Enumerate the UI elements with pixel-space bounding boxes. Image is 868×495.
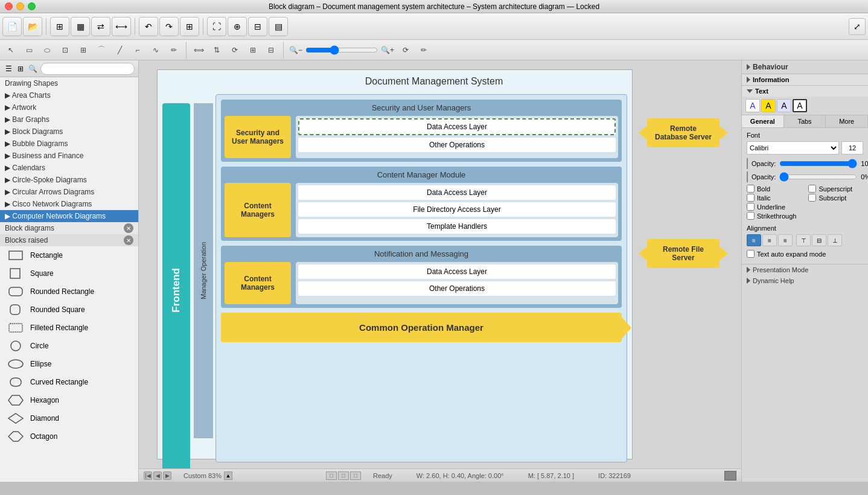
zoom-up-btn[interactable]: ▲ <box>224 471 232 480</box>
bezier-tool[interactable]: ∿ <box>147 42 164 58</box>
tab-more[interactable]: More <box>826 115 868 127</box>
valign-mid-btn[interactable]: ⊟ <box>812 234 826 246</box>
blocks-raised-close[interactable]: ✕ <box>124 235 133 245</box>
align-right-btn[interactable]: ≡ <box>778 234 793 246</box>
text-collapse-icon[interactable] <box>747 89 753 93</box>
search-input[interactable] <box>40 63 135 75</box>
new-button[interactable]: 📄 <box>2 17 22 36</box>
square-shape[interactable]: Square <box>0 264 138 283</box>
panel-menu-btn[interactable]: ☰ <box>4 62 13 75</box>
rect-tool[interactable]: ▭ <box>21 42 37 58</box>
area-charts-item[interactable]: ▶ Area Charts <box>0 89 138 101</box>
page-prev-btn[interactable]: ◀ <box>153 471 162 480</box>
copy-button[interactable]: ⊞ <box>180 17 199 36</box>
resize-button[interactable]: ⤢ <box>849 18 866 35</box>
strikethrough-check[interactable] <box>747 212 755 220</box>
ellipse-shape[interactable]: Ellipse <box>0 355 138 373</box>
zoom-range[interactable] <box>305 48 378 53</box>
rounded-rect-shape[interactable]: Rounded Rectangle <box>0 283 138 301</box>
bold-check[interactable] <box>747 185 755 193</box>
presentation-mode-link[interactable]: Presentation Mode <box>742 264 868 275</box>
data-access-layer-1[interactable]: Data Access Layer <box>298 118 616 135</box>
italic-check[interactable] <box>747 194 755 202</box>
arc-tool[interactable]: ⌒ <box>93 42 110 58</box>
maximize-button[interactable] <box>28 2 36 10</box>
arrange-button[interactable]: ⇄ <box>91 17 110 36</box>
undo-button[interactable]: ↶ <box>139 17 158 36</box>
blocks-raised-sub[interactable]: Blocks raised ✕ <box>0 234 138 246</box>
zoom-fit-button[interactable]: ⛶ <box>207 17 226 36</box>
template-handlers[interactable]: Template Handlers <box>298 219 616 234</box>
layout-button[interactable]: ▦ <box>71 17 90 36</box>
ellipse-tool[interactable]: ⬭ <box>39 42 56 58</box>
block-diagrams-sub[interactable]: Block diagrams ✕ <box>0 222 138 234</box>
text-bg-btn[interactable]: A <box>777 99 791 112</box>
canvas[interactable]: Document Management System Frontend Mana… <box>139 60 741 468</box>
highlight-btn[interactable]: A <box>761 99 776 112</box>
cisco-network-item[interactable]: ▶ Cisco Network Diagrams <box>0 198 138 210</box>
business-finance-item[interactable]: ▶ Business and Finance <box>0 150 138 162</box>
tab-general[interactable]: General <box>742 115 784 127</box>
circle-shape[interactable]: Circle <box>0 337 138 355</box>
underline-check[interactable] <box>747 203 755 211</box>
align-tool[interactable]: ⊞ <box>244 42 261 58</box>
diamond-shape[interactable]: Diamond <box>0 409 138 427</box>
circular-arrows-item[interactable]: ▶ Circular Arrows Diagrams <box>0 186 138 198</box>
information-header[interactable]: Information <box>742 74 868 85</box>
page-next-btn[interactable]: ▶ <box>163 471 171 480</box>
data-access-layer-2[interactable]: Data Access Layer <box>298 185 616 200</box>
info-expand-icon[interactable] <box>747 77 750 83</box>
data-access-layer-3[interactable]: Data Access Layer <box>298 264 616 279</box>
close-button[interactable] <box>5 2 13 10</box>
octagon-shape[interactable]: Octagon <box>0 427 138 446</box>
poly-tool[interactable]: ⌐ <box>129 42 146 58</box>
behaviour-expand-icon[interactable] <box>747 64 750 70</box>
block-diagrams-close[interactable]: ✕ <box>124 223 133 233</box>
filleted-rect-shape[interactable]: Filleted Rectangle <box>0 319 138 337</box>
valign-top-btn[interactable]: ⊤ <box>796 234 811 246</box>
curved-rect-shape[interactable]: Curved Rectangle <box>0 373 138 391</box>
page-btn-1[interactable]: □ <box>326 471 337 480</box>
subscript-check[interactable] <box>808 194 816 202</box>
other-ops-1[interactable]: Other Operations <box>298 138 616 152</box>
dist-tool[interactable]: ⊟ <box>263 42 279 58</box>
panel-search-btn[interactable]: 🔍 <box>28 62 38 75</box>
zoom-slider[interactable] <box>305 42 378 58</box>
text-color-btn[interactable]: A <box>745 99 760 112</box>
zoom-out-btn[interactable]: 🔍− <box>287 42 304 58</box>
fill-opacity-slider[interactable] <box>779 161 857 167</box>
valign-bot-btn[interactable]: ⊥ <box>828 234 842 246</box>
calendars-item[interactable]: ▶ Calendars <box>0 162 138 174</box>
bar-graphs-item[interactable]: ▶ Bar Graphs <box>0 113 138 126</box>
insert-button[interactable]: ⊕ <box>228 17 247 36</box>
bubble-diagrams-item[interactable]: ▶ Bubble Diagrams <box>0 138 138 150</box>
rotate-tool[interactable]: ⟳ <box>226 42 243 58</box>
page-first-btn[interactable]: |◀ <box>144 471 152 480</box>
select-tool[interactable]: ↖ <box>2 42 19 58</box>
hexagon-shape[interactable]: Hexagon <box>0 391 138 409</box>
container-tool[interactable]: ⊡ <box>57 42 74 58</box>
artwork-item[interactable]: ▶ Artwork <box>0 101 138 113</box>
text-outline-btn[interactable]: A <box>793 99 807 112</box>
minimize-button[interactable] <box>16 2 24 10</box>
freehand-tool[interactable]: ✏ <box>165 42 182 58</box>
format-button[interactable]: ▤ <box>269 17 288 36</box>
align-left-btn[interactable]: ≡ <box>747 234 761 246</box>
font-family-select[interactable]: Calibri <box>747 141 839 155</box>
redo-button[interactable]: ↷ <box>159 17 179 36</box>
text-section-header[interactable]: Text <box>742 86 868 97</box>
file-directory-layer[interactable]: File Directory Access Layer <box>298 202 616 217</box>
diagram-container[interactable]: Document Management System Frontend Mana… <box>157 69 633 459</box>
other-ops-2[interactable]: Other Operations <box>298 281 616 296</box>
line-opacity-slider[interactable] <box>779 174 857 180</box>
resize-horz-tool[interactable]: ⟺ <box>190 42 207 58</box>
block-diagrams-item[interactable]: ▶ Block Diagrams <box>0 126 138 138</box>
connect-button[interactable]: ⟷ <box>112 17 131 36</box>
flip-tool[interactable]: ⇅ <box>208 42 225 58</box>
rectangle-shape[interactable]: Rectangle <box>0 246 138 264</box>
tab-tabs[interactable]: Tabs <box>784 115 826 127</box>
rounded-square-shape[interactable]: Rounded Square <box>0 301 138 319</box>
fill-color-swatch[interactable] <box>747 158 748 169</box>
pencil-btn[interactable]: ✏ <box>415 42 432 58</box>
superscript-check[interactable] <box>808 185 816 193</box>
